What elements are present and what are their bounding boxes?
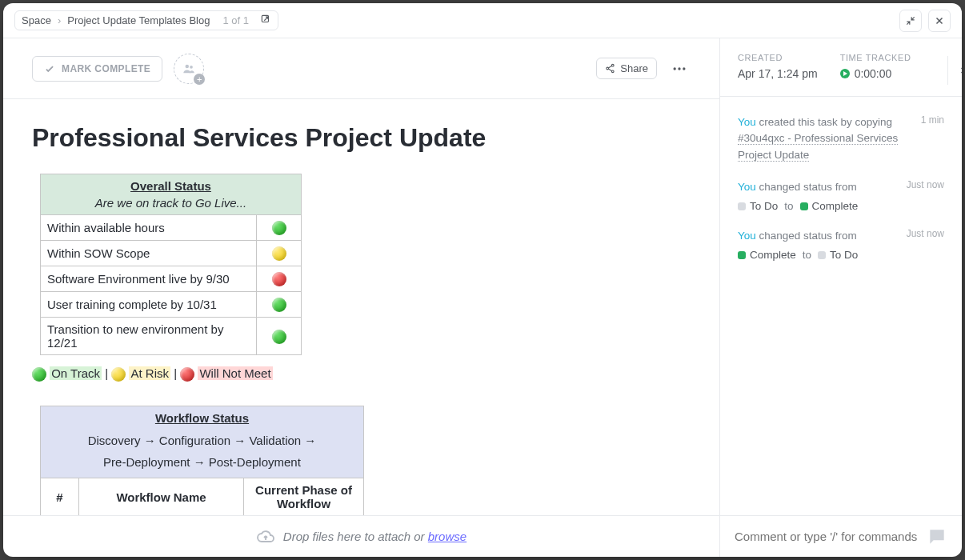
legend-will-not-meet: Will Not Meet xyxy=(198,366,272,380)
table-row: Within available hours xyxy=(41,215,302,241)
collapse-panel-button[interactable] xyxy=(947,56,962,85)
breadcrumb-counter: 1 of 1 xyxy=(222,14,249,26)
breadcrumb-page: Project Update Templates Blog xyxy=(67,14,210,26)
workflow-header: Workflow Status Discovery → Configuratio… xyxy=(41,406,364,478)
svg-point-7 xyxy=(678,67,680,70)
assignee-add[interactable]: + xyxy=(174,54,204,84)
status-dot-green-icon xyxy=(32,367,46,382)
time-tracked-value: 0:00:00 xyxy=(855,67,892,80)
created-value: Apr 17, 1:24 pm xyxy=(738,67,818,80)
status-square-grey-icon xyxy=(818,251,826,259)
activity-item: You created this task by copying #30u4qx… xyxy=(738,114,944,163)
workflow-steps-line2: Pre-Deployment → Post-Deployment xyxy=(47,451,357,473)
status-dot-green-icon xyxy=(272,298,286,312)
close-button[interactable] xyxy=(928,10,951,32)
activity-link[interactable]: #30u4qxc - Professional Services Project… xyxy=(738,132,898,161)
check-icon xyxy=(44,63,55,74)
status-label: Software Environment live by 9/30 xyxy=(41,266,257,292)
activity-text: created this task by copying xyxy=(756,116,892,128)
chevron-right-icon: › xyxy=(58,14,61,26)
workflow-title: Workflow Status xyxy=(47,411,357,425)
breadcrumb-space: Space xyxy=(22,14,51,26)
minimize-button[interactable] xyxy=(899,10,922,32)
table-row: User training complete by 10/31 xyxy=(41,292,302,318)
col-name: Workflow Name xyxy=(79,478,244,515)
status-dot-green-icon xyxy=(272,330,286,344)
status-from: Complete xyxy=(750,249,796,261)
page-title: Professional Services Project Update xyxy=(32,123,691,153)
to-word: to xyxy=(784,200,793,212)
col-num: # xyxy=(41,478,79,515)
chat-icon xyxy=(927,526,947,547)
overall-status-table: Overall Status Are we on track to Go Liv… xyxy=(40,174,302,355)
status-dot-red-icon xyxy=(180,367,194,382)
overall-status-title: Overall Status xyxy=(47,179,294,193)
table-row: Software Environment live by 9/30 xyxy=(41,266,302,292)
legend-on-track: On Track xyxy=(50,366,102,380)
time-tracked-block: TIME TRACKED 0:00:00 xyxy=(840,53,911,80)
side-meta: CREATED Apr 17, 1:24 pm TIME TRACKED 0:0… xyxy=(720,38,962,97)
activity-time: 1 min xyxy=(921,114,944,126)
open-new-tab-icon[interactable] xyxy=(260,14,271,27)
time-tracked-label: TIME TRACKED xyxy=(840,53,911,62)
svg-point-2 xyxy=(190,65,193,68)
workflow-steps-line1: Discovery → Configuration → Validation → xyxy=(47,430,357,451)
status-label: Transition to new environment by 12/21 xyxy=(41,318,257,355)
attach-browse-link[interactable]: browse xyxy=(428,530,466,543)
table-header-row: # Workflow Name Current Phase of Workflo… xyxy=(41,478,364,515)
created-block: CREATED Apr 17, 1:24 pm xyxy=(738,53,818,80)
status-from: To Do xyxy=(750,200,778,212)
activity-time: Just now xyxy=(907,179,944,190)
activity-item: You changed status from Just now To Do t… xyxy=(738,179,944,212)
attach-text: Drop files here to attach or xyxy=(283,530,428,543)
status-dot-red-icon xyxy=(272,272,286,286)
activity-text: changed status from xyxy=(756,181,857,193)
status-legend: On Track | At Risk | Will Not Meet xyxy=(32,366,691,382)
overall-status-header: Overall Status Are we on track to Go Liv… xyxy=(41,174,302,215)
status-dot-yellow-icon xyxy=(111,367,126,382)
task-modal: Space › Project Update Templates Blog 1 … xyxy=(3,3,962,557)
share-label: Share xyxy=(620,62,648,74)
table-row: Transition to new environment by 12/21 xyxy=(41,318,302,355)
legend-at-risk: At Risk xyxy=(129,366,170,380)
activity-you: You xyxy=(738,181,756,193)
toolbar: MARK COMPLETE + Share xyxy=(3,38,719,99)
main-panel: MARK COMPLETE + Share Professional Servi… xyxy=(3,38,720,557)
comment-input[interactable] xyxy=(735,530,919,543)
to-word: to xyxy=(803,249,811,261)
activity-you: You xyxy=(738,230,756,242)
plus-icon: + xyxy=(194,74,205,85)
top-bar: Space › Project Update Templates Blog 1 … xyxy=(3,3,962,38)
overall-status-subtitle: Are we on track to Go Live... xyxy=(47,196,294,210)
share-icon xyxy=(605,63,615,74)
more-menu-button[interactable] xyxy=(668,58,691,80)
people-icon xyxy=(182,62,196,76)
status-square-green-icon xyxy=(738,251,746,259)
status-dot-yellow-icon xyxy=(272,246,286,261)
status-label: User training complete by 10/31 xyxy=(41,292,257,318)
comment-bar xyxy=(720,515,962,557)
status-to: To Do xyxy=(830,249,858,261)
activity-time: Just now xyxy=(907,228,944,239)
share-button[interactable]: Share xyxy=(596,58,657,79)
activity-text: changed status from xyxy=(756,230,857,242)
attach-bar[interactable]: Drop files here to attach or browse xyxy=(3,515,719,557)
more-horizontal-icon xyxy=(671,61,687,77)
mark-complete-label: MARK COMPLETE xyxy=(62,63,150,74)
mark-complete-button[interactable]: MARK COMPLETE xyxy=(32,56,162,82)
status-label: Within available hours xyxy=(41,215,257,241)
chevron-right-icon xyxy=(958,66,963,75)
status-square-green-icon xyxy=(800,202,808,210)
activity-you: You xyxy=(738,116,756,128)
play-icon[interactable] xyxy=(840,69,850,78)
cloud-upload-icon xyxy=(256,527,275,546)
content-scroll[interactable]: Professional Services Project Update Ove… xyxy=(3,99,719,515)
activity-item: You changed status from Just now Complet… xyxy=(738,228,944,261)
breadcrumb[interactable]: Space › Project Update Templates Blog 1 … xyxy=(14,10,278,30)
workflow-status-table: Workflow Status Discovery → Configuratio… xyxy=(40,406,364,515)
svg-point-1 xyxy=(186,64,190,68)
status-label: Within SOW Scope xyxy=(41,241,257,266)
table-row: Within SOW Scope xyxy=(41,241,302,266)
side-panel: CREATED Apr 17, 1:24 pm TIME TRACKED 0:0… xyxy=(720,38,962,557)
status-square-grey-icon xyxy=(738,202,746,210)
